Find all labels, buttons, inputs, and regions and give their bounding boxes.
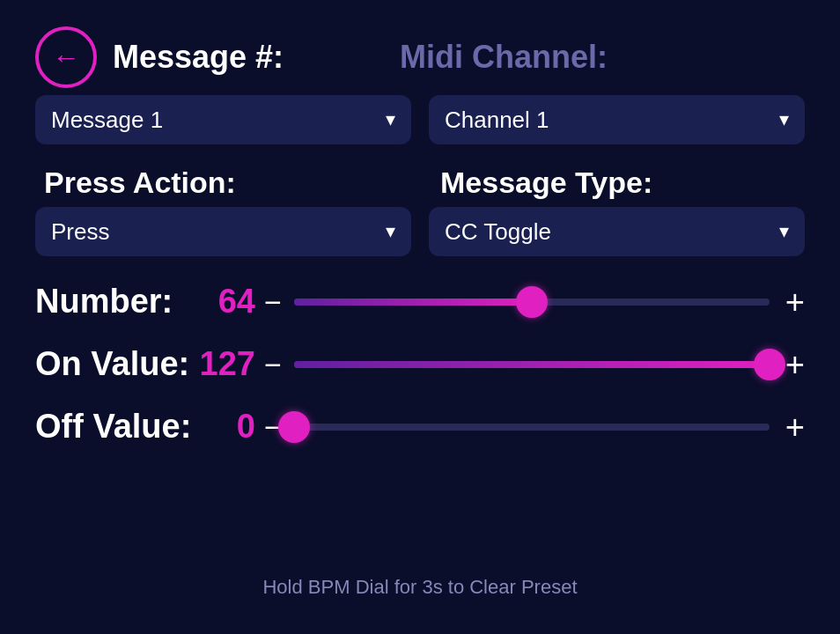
slider-value-1: 127 <box>194 345 255 383</box>
message-type-dropdown-value: CC Toggle <box>445 218 551 246</box>
slider-track-fill-0 <box>294 299 532 306</box>
channel-dropdown[interactable]: Channel 1 ▾ <box>429 95 805 144</box>
message-type-label: Message Type: <box>440 166 805 200</box>
action-type-dropdowns-row: Press ▾ CC Toggle ▾ <box>35 207 805 256</box>
message-type-dropdown-arrow-icon: ▾ <box>779 220 789 243</box>
slider-thumb-1[interactable] <box>754 349 785 380</box>
slider-plus-btn-1[interactable]: + <box>785 348 805 381</box>
main-container: ← Message #: Midi Channel: Message 1 ▾ C… <box>0 0 840 634</box>
slider-plus-btn-0[interactable]: + <box>785 285 805 319</box>
press-action-dropdown[interactable]: Press ▾ <box>35 207 411 256</box>
slider-label-2: Off Value: <box>35 408 194 446</box>
slider-value-2: 0 <box>194 408 255 446</box>
press-action-dropdown-arrow-icon: ▾ <box>386 220 395 243</box>
press-action-label: Press Action: <box>35 166 440 200</box>
channel-dropdown-arrow-icon: ▾ <box>779 108 789 131</box>
header-row: ← Message #: Midi Channel: <box>35 26 805 88</box>
message-type-dropdown[interactable]: CC Toggle ▾ <box>429 207 805 256</box>
back-button[interactable]: ← <box>35 26 97 88</box>
slider-track-fill-1 <box>294 361 770 368</box>
slider-minus-btn-0[interactable]: − <box>264 287 282 317</box>
back-arrow-icon: ← <box>52 43 80 71</box>
channel-dropdown-value: Channel 1 <box>445 107 549 134</box>
message-dropdown[interactable]: Message 1 ▾ <box>35 95 411 144</box>
slider-label-0: Number: <box>35 283 194 321</box>
slider-track-2[interactable] <box>294 420 770 434</box>
slider-value-0: 64 <box>194 283 255 321</box>
slider-label-1: On Value: <box>35 345 194 383</box>
press-action-dropdown-value: Press <box>51 218 109 246</box>
slider-row-0: Number: 64 − + <box>35 283 805 321</box>
hint-text: Hold BPM Dial for 3s to Clear Preset <box>35 576 805 608</box>
message-number-label: Message #: <box>113 39 284 76</box>
slider-plus-btn-2[interactable]: + <box>785 410 805 444</box>
top-dropdowns-row: Message 1 ▾ Channel 1 ▾ <box>35 95 805 144</box>
message-dropdown-value: Message 1 <box>51 107 163 134</box>
slider-track-bg-2 <box>294 424 770 431</box>
slider-thumb-2[interactable] <box>278 411 310 443</box>
slider-row-2: Off Value: 0 − + <box>35 408 805 446</box>
sliders-section: Number: 64 − + On Value: 127 − + Off Val… <box>35 283 805 470</box>
message-dropdown-arrow-icon: ▾ <box>386 108 395 131</box>
slider-track-1[interactable] <box>294 358 770 372</box>
slider-row-1: On Value: 127 − + <box>35 345 805 383</box>
midi-channel-label: Midi Channel: <box>400 39 805 76</box>
slider-track-0[interactable] <box>294 295 770 309</box>
slider-minus-btn-1[interactable]: − <box>264 350 282 380</box>
slider-thumb-0[interactable] <box>516 286 548 318</box>
action-type-labels-row: Press Action: Message Type: <box>35 166 805 200</box>
